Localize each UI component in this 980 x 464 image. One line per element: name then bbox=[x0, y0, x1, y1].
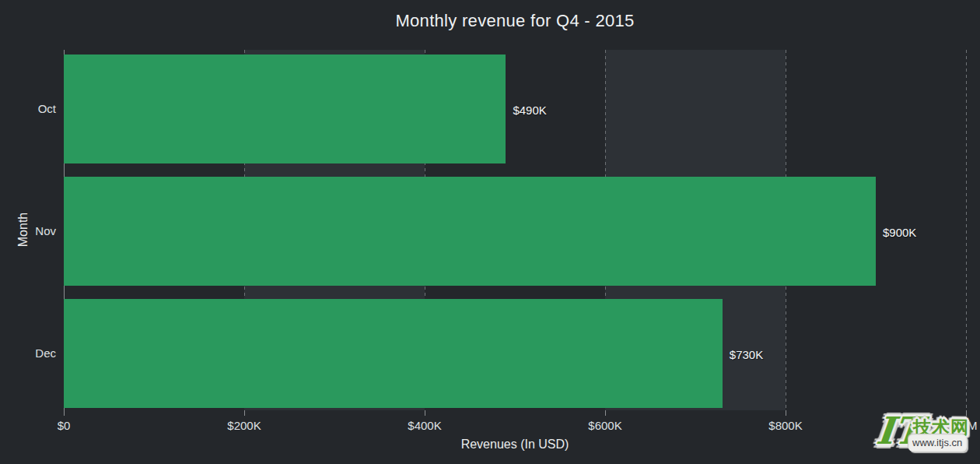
chart-page: Monthly revenue for Q4 - 2015 $490K$900K… bbox=[0, 0, 980, 464]
x-axis-tick bbox=[605, 410, 606, 416]
x-axis-tick bbox=[786, 410, 786, 416]
x-axis-tick bbox=[425, 410, 425, 416]
y-category-label: Oct bbox=[9, 103, 56, 115]
x-tick-label: $800K bbox=[751, 419, 821, 432]
bar-value-label: $730K bbox=[730, 348, 763, 361]
x-tick-label: $600K bbox=[570, 419, 640, 432]
x-tick-label: $0 bbox=[29, 419, 99, 432]
x-tick-label: $200K bbox=[209, 419, 279, 432]
watermark: IT 技术网 www.itjs.cn bbox=[877, 415, 979, 462]
plot-area: $490K$900K$730K bbox=[64, 50, 966, 410]
y-category-label: Dec bbox=[9, 347, 56, 360]
watermark-url: www.itjs.cn bbox=[910, 436, 965, 450]
chart-title: Monthly revenue for Q4 - 2015 bbox=[64, 11, 966, 31]
bar-value-label: $490K bbox=[513, 104, 546, 117]
bar-dec[interactable] bbox=[64, 299, 723, 408]
x-tick-label: $400K bbox=[390, 419, 460, 432]
bar-oct[interactable] bbox=[64, 54, 506, 163]
bar-value-label: $900K bbox=[883, 226, 916, 239]
y-axis-title: Month bbox=[16, 213, 30, 247]
x-axis-tick bbox=[244, 410, 245, 416]
x-axis-title: Revenues (In USD) bbox=[64, 438, 966, 452]
bar-nov[interactable] bbox=[64, 177, 876, 286]
gridline bbox=[966, 50, 967, 410]
x-axis-tick bbox=[64, 410, 65, 416]
